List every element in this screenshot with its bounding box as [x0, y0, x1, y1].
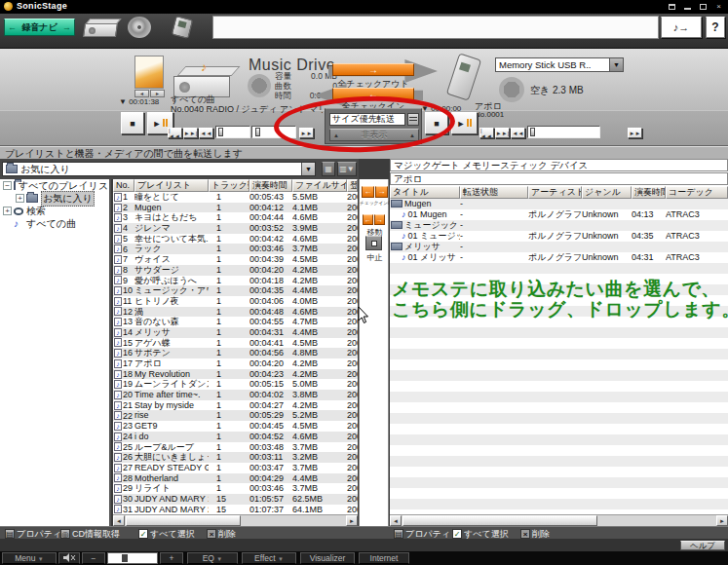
table-row[interactable]: ♪25ループ&ループ100:03:483.7MB200: [113, 442, 358, 453]
forward-button-right[interactable]: ►►: [628, 128, 642, 138]
table-row[interactable]: ♪26大胆にいきましょう..100:03:113.2MB200: [113, 452, 358, 463]
column-header[interactable]: 転送状態: [460, 186, 528, 199]
table-row[interactable]: ♪5幸せについて本気..100:04:424.6MB200: [113, 234, 358, 245]
volume-slider[interactable]: [107, 552, 158, 564]
effect-button[interactable]: Effect ▼: [242, 552, 296, 564]
table-row[interactable]: ♪11ヒトリノ夜100:04:064.0MB200: [113, 296, 358, 307]
close-button[interactable]: ×: [712, 2, 725, 12]
play-pause-button-right[interactable]: ►: [451, 112, 478, 134]
next-track-button-left[interactable]: ►►|: [183, 128, 198, 138]
table-row[interactable]: ♪23GET9100:04:454.5MB200: [113, 421, 358, 432]
table-row[interactable]: ♪1瞳をとじて100:05:435.5MB200: [113, 192, 358, 203]
table-row[interactable]: ♪31JUDY AND MARY 21501:07:3764.1MB200: [113, 505, 358, 514]
scroll-thumb[interactable]: [402, 515, 597, 526]
horizontal-scrollbar[interactable]: ◄ ►: [113, 514, 358, 526]
transfer-mode-value[interactable]: サイズ優先転送: [329, 113, 405, 126]
scroll-left-icon[interactable]: ◄: [390, 515, 402, 526]
table-row[interactable]: ♪18My Revolution100:04:234.2MB200: [113, 369, 358, 380]
device-row[interactable]: ♪01 メリッサ-ポルノグラフィ...Unknown04:31ATRAC3: [390, 252, 728, 263]
expand-toggle-icon[interactable]: +: [3, 207, 12, 215]
scroll-right-icon[interactable]: ►: [716, 515, 728, 526]
column-header[interactable]: タイトル: [390, 186, 460, 199]
tab-music-drive[interactable]: [82, 17, 121, 38]
table-row[interactable]: ♪20Time after time~.100:04:023.8MB200: [113, 390, 358, 400]
table-row[interactable]: ♪22rise100:05:295.2MB200: [113, 410, 358, 421]
new-playlist-button[interactable]: ▦: [322, 162, 335, 176]
checkout-all-button[interactable]: →: [332, 63, 414, 76]
table-row[interactable]: ♪13音のない森100:04:554.7MB200: [113, 317, 358, 327]
hide-panel-button[interactable]: ▲ 非表示 ▲: [329, 129, 419, 141]
table-row[interactable]: ♪28Motherland100:04:294.4MB200: [113, 473, 358, 484]
table-row[interactable]: ♪8サウダージ100:04:204.2MB200: [113, 265, 358, 276]
next-track-button-right[interactable]: ►►|: [495, 128, 510, 138]
checkin-button[interactable]: ←: [362, 186, 374, 198]
help-button[interactable]: ?: [706, 17, 725, 38]
seek-slider-right[interactable]: [527, 126, 600, 138]
seek-slider-left[interactable]: [215, 126, 250, 138]
table-row[interactable]: ♪14メリッサ100:04:314.4MB200: [113, 327, 358, 338]
volume-up-button[interactable]: +: [160, 552, 183, 564]
column-header[interactable]: 演奏時間: [632, 186, 666, 199]
pin-window-button[interactable]: [666, 2, 678, 12]
playlist-dropdown[interactable]: お気に入り ▼: [2, 162, 316, 176]
tree-item[interactable]: +お気に入り: [0, 192, 109, 205]
rewind-button-right[interactable]: ◄◄: [511, 128, 525, 138]
table-row[interactable]: ♪17アポロ100:04:204.2MB200: [113, 358, 358, 369]
column-header[interactable]: ジャンル: [582, 186, 632, 199]
column-header[interactable]: アーティスト: [528, 186, 582, 199]
forward-button-left[interactable]: ►►: [299, 128, 314, 138]
eq-button[interactable]: EQ ▼: [187, 552, 238, 564]
expand-toggle-icon[interactable]: −: [3, 181, 12, 190]
column-header[interactable]: トラック数: [209, 179, 249, 192]
checkin-all-button[interactable]: ←: [332, 88, 414, 100]
next-art-button[interactable]: ►: [150, 90, 165, 97]
checkout-button[interactable]: →: [375, 186, 388, 198]
maximize-button[interactable]: [697, 2, 709, 12]
table-row[interactable]: ♪3キヨはともだち100:04:444.6MB200: [113, 212, 358, 223]
device-row[interactable]: ♪01 Mugen-ポルノグラフィ...Unknown04:13ATRAC3: [390, 209, 728, 220]
move-left-button[interactable]: ←: [363, 214, 373, 225]
table-row[interactable]: ♪9愛が呼ぶほうへ100:04:184.2MB200: [113, 276, 358, 286]
table-row[interactable]: ♪4ジレンマ100:03:523.9MB200: [113, 223, 358, 234]
table-row[interactable]: ♪24i do100:04:524.6MB200: [113, 432, 358, 442]
cancel-button[interactable]: [365, 236, 382, 250]
minimize-button[interactable]: [681, 2, 694, 12]
device-row[interactable]: メリッサ-: [390, 242, 728, 252]
table-row[interactable]: ♪30JUDY AND MARY 11501:05:5762.5MB200: [113, 494, 358, 505]
tab-device-media[interactable]: [170, 17, 201, 38]
table-row[interactable]: ♪2Mugen100:04:124.1MB200: [113, 203, 358, 213]
table-row[interactable]: ♪7ヴォイス100:04:394.5MB200: [113, 254, 358, 265]
volume-slider-left[interactable]: [251, 126, 296, 138]
menu-button[interactable]: Menu ▼: [2, 552, 57, 564]
help-button-bottom[interactable]: ヘルプ: [680, 541, 725, 550]
view-mode-button[interactable]: ▥▼: [337, 162, 357, 176]
internet-button[interactable]: Internet: [359, 552, 409, 564]
volume-slider-thumb[interactable]: [122, 554, 128, 562]
column-header[interactable]: No.: [113, 179, 134, 192]
device-selector[interactable]: Memory Stick USB R.. ▼: [495, 57, 624, 72]
device-row[interactable]: ♪01 ミュージック..-ポルノグラフィ...Unknown04:35ATRAC…: [390, 231, 728, 242]
visualizer-button[interactable]: Visualizer: [300, 552, 355, 564]
expand-toggle-icon[interactable]: +: [16, 194, 24, 203]
move-right-button[interactable]: →: [374, 214, 385, 225]
table-row[interactable]: ♪12渦100:04:484.6MB200: [113, 307, 358, 318]
table-row[interactable]: ♪27READY STEADY GO100:03:473.7MB200: [113, 463, 358, 473]
table-row[interactable]: ♪19ムーンライトダンス100:05:155.0MB200: [113, 379, 358, 390]
volume-down-button[interactable]: −: [82, 552, 105, 564]
table-row[interactable]: ♪21Stay by myside100:04:274.2MB200: [113, 400, 358, 411]
column-header[interactable]: 登録: [347, 179, 358, 192]
transfer-mode-settings-button[interactable]: [407, 113, 419, 126]
stop-button-left[interactable]: ■: [121, 112, 144, 134]
scroll-thumb[interactable]: [126, 515, 241, 526]
prev-art-button[interactable]: ◄: [134, 90, 149, 97]
horizontal-scrollbar[interactable]: ◄ ►: [390, 514, 728, 526]
column-header[interactable]: プレイリスト: [134, 179, 209, 192]
tree-item[interactable]: +検索: [0, 205, 109, 217]
column-header[interactable]: コーデック: [666, 186, 728, 199]
import-button[interactable]: ♪→: [661, 17, 702, 38]
scroll-left-icon[interactable]: ◄: [113, 515, 125, 526]
rewind-button-left[interactable]: ◄◄: [199, 128, 213, 138]
scroll-right-icon[interactable]: ►: [346, 515, 358, 526]
mute-button[interactable]: [58, 552, 80, 564]
rec-navi-button[interactable]: ← 録音ナビ →: [4, 19, 75, 36]
